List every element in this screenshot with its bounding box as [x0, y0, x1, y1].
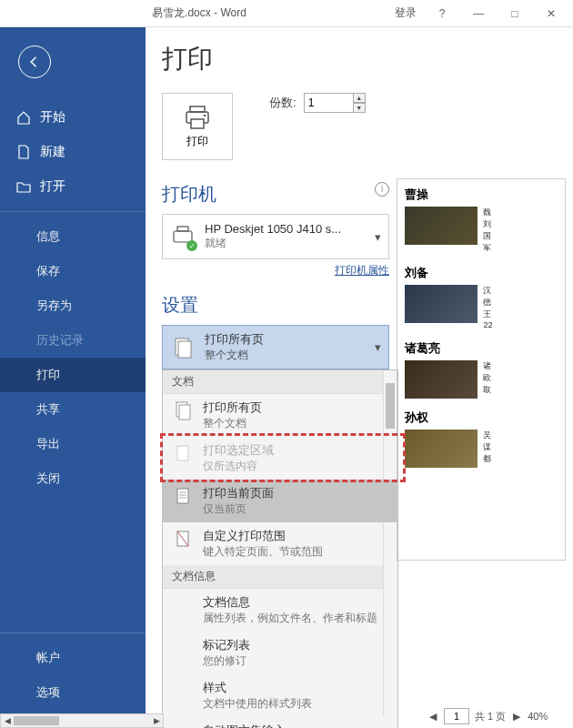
window-title: 易雪龙.docx - Word: [4, 5, 395, 21]
nav-close[interactable]: 关闭: [0, 461, 146, 496]
menu-styles[interactable]: 样式 文档中使用的样式列表: [163, 674, 397, 717]
nav-open-label: 打开: [40, 178, 65, 195]
menu-custom-range[interactable]: 自定义打印范围 键入特定页面、节或范围: [163, 522, 397, 565]
nav-share[interactable]: 共享: [0, 392, 146, 427]
ready-check-icon: ✓: [186, 240, 197, 251]
copies-down[interactable]: ▼: [353, 103, 366, 113]
chevron-down-icon: ▾: [375, 230, 381, 244]
page-range-menu: 文档 打印所有页 整个文档 打印选定区域 仅所选内容 打印当前页面 仅当前页: [162, 369, 398, 728]
nav-history[interactable]: 历史记录: [0, 323, 146, 358]
nav-home[interactable]: 开始: [0, 100, 146, 135]
chevron-down-icon: ▾: [375, 340, 381, 354]
printer-status: 就绪: [205, 236, 366, 251]
page-range-dropdown[interactable]: 打印所有页 整个文档 ▾: [162, 325, 389, 369]
menu-selection: 打印选定区域 仅所选内容: [163, 437, 397, 480]
open-icon: [16, 179, 31, 194]
nav-open[interactable]: 打开: [0, 169, 146, 204]
nav-export[interactable]: 导出: [0, 427, 146, 461]
help-button[interactable]: ?: [424, 7, 460, 20]
nav-save[interactable]: 保存: [0, 254, 146, 288]
copies-input[interactable]: [304, 93, 355, 113]
separator: [0, 632, 146, 633]
printer-icon: [183, 105, 212, 130]
print-button-label: 打印: [186, 134, 208, 149]
printer-heading: 打印机: [162, 182, 216, 207]
scroll-right-icon[interactable]: ▶: [150, 714, 163, 727]
title-bar: 易雪龙.docx - Word 登录 ? — □ ✕: [0, 0, 573, 27]
preview-thumb: [405, 285, 478, 323]
page-icon: [172, 485, 194, 507]
page-heading: 打印: [162, 42, 389, 76]
home-icon: [16, 110, 31, 125]
preview-thumb: [405, 360, 478, 399]
horizontal-scrollbar[interactable]: ◀ ▶: [0, 713, 164, 728]
preview-pager: ◀ 共 1 页 ▶ 40%: [427, 708, 566, 724]
preview-thumb: [405, 430, 478, 468]
menu-all-pages[interactable]: 打印所有页 整个文档: [163, 394, 397, 437]
nav-options[interactable]: 选项: [0, 675, 146, 710]
menu-docinfo[interactable]: 文档信息 属性列表，例如文件名、作者和标题: [163, 589, 397, 632]
nav-info[interactable]: 信息: [0, 219, 146, 254]
nav-new-label: 新建: [40, 144, 65, 160]
back-arrow-icon: [26, 54, 43, 70]
menu-markup-list[interactable]: 标记列表 您的修订: [163, 632, 397, 674]
preview-item: 诸葛亮 诸 欧 取: [405, 340, 558, 399]
dropdown-title: 打印所有页: [205, 331, 264, 348]
separator: [0, 211, 146, 212]
scroll-left-icon[interactable]: ◀: [1, 714, 14, 727]
svg-rect-11: [177, 489, 188, 503]
preview-item: 孙权 吴 谋 都: [405, 410, 558, 468]
minimize-button[interactable]: —: [460, 7, 497, 20]
maximize-button[interactable]: □: [497, 7, 533, 20]
menu-current-page[interactable]: 打印当前页面 仅当前页: [163, 480, 397, 522]
back-button[interactable]: [18, 46, 51, 78]
svg-rect-10: [177, 446, 188, 460]
svg-rect-5: [177, 227, 188, 231]
preview-thumb: [405, 207, 478, 245]
nav-home-label: 开始: [40, 109, 65, 126]
pages-icon: [172, 399, 194, 421]
login-link[interactable]: 登录: [395, 5, 417, 21]
svg-rect-2: [191, 119, 204, 128]
page-icon: [172, 528, 194, 550]
svg-point-3: [204, 114, 206, 116]
menu-header-doc: 文档: [163, 370, 397, 394]
menu-autotext[interactable]: 自动图文集输入 自动图文集库中的项目列表: [163, 717, 397, 728]
pages-icon: [170, 335, 196, 360]
new-icon: [16, 145, 31, 159]
printer-info-icon[interactable]: i: [375, 182, 389, 197]
svg-rect-9: [179, 405, 190, 420]
zoom-level: 40%: [528, 711, 548, 722]
close-button[interactable]: ✕: [533, 7, 569, 20]
prev-page-button[interactable]: ◀: [427, 711, 438, 723]
printer-status-icon: ✓: [170, 224, 196, 249]
print-button[interactable]: 打印: [162, 93, 233, 160]
nav-saveas[interactable]: 另存为: [0, 288, 146, 323]
svg-rect-0: [190, 106, 205, 112]
page-icon: [172, 442, 194, 464]
printer-name: HP Deskjet 1050 J410 s...: [205, 222, 366, 236]
nav-account[interactable]: 帐户: [0, 641, 146, 675]
page-input[interactable]: [444, 708, 469, 724]
copies-label: 份数:: [269, 95, 297, 111]
nav-new[interactable]: 新建: [0, 135, 146, 169]
printer-properties-link[interactable]: 打印机属性: [162, 263, 389, 278]
page-total: 共 1 页: [475, 710, 506, 723]
next-page-button[interactable]: ▶: [511, 711, 522, 723]
nav-print[interactable]: 打印: [0, 358, 146, 392]
dropdown-subtitle: 整个文档: [205, 348, 264, 363]
printer-selector[interactable]: ✓ HP Deskjet 1050 J410 s... 就绪 ▾: [162, 214, 389, 259]
preview-item: 刘备 汉 德 王 22: [405, 265, 558, 329]
backstage-sidebar: 开始 新建 打开 信息 保存 另存为 历史记录 打印 共享 导出 关闭 帐户 选…: [0, 27, 146, 728]
preview-item: 曹操 魏 刘 国 军: [405, 187, 558, 254]
menu-header-docinfo: 文档信息: [163, 565, 397, 589]
scroll-thumb[interactable]: [14, 716, 59, 725]
svg-rect-7: [178, 341, 191, 358]
settings-heading: 设置: [162, 293, 198, 318]
print-preview: 曹操 魏 刘 国 军 刘备 汉 德 王 22 诸葛亮 诸 欧 取 孙权 吴 谋 …: [397, 178, 566, 561]
copies-up[interactable]: ▲: [353, 93, 366, 103]
